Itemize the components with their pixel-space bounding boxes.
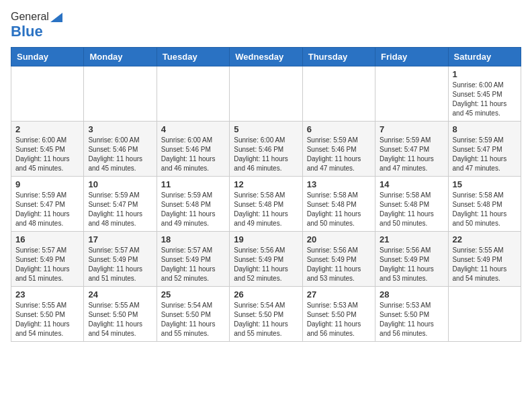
logo-general-text: General [11, 11, 49, 22]
calendar-week-3: 9 Sunrise: 5:59 AM Sunset: 5:47 PM Dayli… [11, 177, 521, 232]
day-info: Sunrise: 5:55 AM Sunset: 5:50 PM Dayligh… [15, 301, 79, 338]
day-info: Sunrise: 5:57 AM Sunset: 5:49 PM Dayligh… [161, 246, 225, 283]
day-number: 24 [88, 289, 152, 300]
day-info: Sunrise: 5:59 AM Sunset: 5:47 PM Dayligh… [15, 191, 79, 228]
logo-icon [50, 13, 62, 22]
day-info: Sunrise: 5:59 AM Sunset: 5:48 PM Dayligh… [161, 191, 225, 228]
calendar-cell [11, 66, 84, 122]
day-number: 23 [15, 289, 79, 300]
day-number: 2 [15, 124, 79, 134]
day-number: 5 [234, 124, 298, 134]
calendar-cell: 15 Sunrise: 5:58 AM Sunset: 5:48 PM Dayl… [448, 177, 521, 232]
day-info: Sunrise: 5:54 AM Sunset: 5:50 PM Dayligh… [161, 301, 225, 338]
day-number: 21 [380, 234, 443, 244]
calendar-cell: 3 Sunrise: 6:00 AM Sunset: 5:46 PM Dayli… [84, 122, 157, 177]
day-info: Sunrise: 5:53 AM Sunset: 5:50 PM Dayligh… [307, 301, 371, 338]
day-info: Sunrise: 6:00 AM Sunset: 5:46 PM Dayligh… [161, 136, 225, 173]
weekday-header-thursday: Thursday [302, 48, 375, 66]
day-number: 17 [88, 234, 152, 244]
calendar-cell: 13 Sunrise: 5:58 AM Sunset: 5:48 PM Dayl… [302, 177, 375, 232]
day-number: 18 [161, 234, 225, 244]
calendar-cell: 25 Sunrise: 5:54 AM Sunset: 5:50 PM Dayl… [157, 287, 229, 342]
day-number: 20 [307, 234, 371, 244]
calendar-week-2: 2 Sunrise: 6:00 AM Sunset: 5:45 PM Dayli… [11, 122, 521, 177]
calendar-cell: 20 Sunrise: 5:56 AM Sunset: 5:49 PM Dayl… [302, 232, 375, 287]
day-number: 22 [453, 234, 517, 244]
day-number: 25 [161, 289, 225, 300]
day-info: Sunrise: 5:56 AM Sunset: 5:49 PM Dayligh… [380, 246, 443, 283]
calendar-cell: 2 Sunrise: 6:00 AM Sunset: 5:45 PM Dayli… [11, 122, 84, 177]
day-info: Sunrise: 5:58 AM Sunset: 5:48 PM Dayligh… [234, 191, 298, 228]
day-number: 16 [15, 234, 79, 244]
day-info: Sunrise: 5:59 AM Sunset: 5:47 PM Dayligh… [88, 191, 152, 228]
day-info: Sunrise: 5:59 AM Sunset: 5:46 PM Dayligh… [307, 136, 371, 173]
day-number: 15 [453, 179, 517, 189]
weekday-header-sunday: Sunday [11, 48, 84, 66]
day-info: Sunrise: 6:00 AM Sunset: 5:46 PM Dayligh… [88, 136, 152, 173]
day-info: Sunrise: 5:53 AM Sunset: 5:50 PM Dayligh… [380, 301, 443, 338]
calendar-cell [84, 66, 157, 122]
calendar-cell: 6 Sunrise: 5:59 AM Sunset: 5:46 PM Dayli… [302, 122, 375, 177]
day-number: 28 [380, 289, 443, 300]
calendar-cell: 1 Sunrise: 6:00 AM Sunset: 5:45 PM Dayli… [448, 66, 521, 122]
calendar-cell [375, 66, 448, 122]
page-header: General Blue [11, 11, 521, 40]
calendar-cell: 16 Sunrise: 5:57 AM Sunset: 5:49 PM Dayl… [11, 232, 84, 287]
day-info: Sunrise: 5:59 AM Sunset: 5:47 PM Dayligh… [453, 136, 517, 173]
day-number: 27 [307, 289, 371, 300]
calendar-cell: 4 Sunrise: 6:00 AM Sunset: 5:46 PM Dayli… [157, 122, 229, 177]
day-number: 6 [307, 124, 371, 134]
day-info: Sunrise: 5:55 AM Sunset: 5:49 PM Dayligh… [453, 246, 517, 283]
day-number: 11 [161, 179, 225, 189]
logo-blue-text: Blue [11, 23, 43, 40]
svg-marker-0 [50, 13, 62, 22]
day-number: 19 [234, 234, 298, 244]
calendar-cell: 27 Sunrise: 5:53 AM Sunset: 5:50 PM Dayl… [302, 287, 375, 342]
day-info: Sunrise: 5:56 AM Sunset: 5:49 PM Dayligh… [234, 246, 298, 283]
weekday-header-monday: Monday [84, 48, 157, 66]
day-number: 26 [234, 289, 298, 300]
calendar-cell [448, 287, 521, 342]
day-number: 9 [15, 179, 79, 189]
day-info: Sunrise: 5:58 AM Sunset: 5:48 PM Dayligh… [380, 191, 443, 228]
calendar-week-1: 1 Sunrise: 6:00 AM Sunset: 5:45 PM Dayli… [11, 66, 521, 122]
calendar-cell: 7 Sunrise: 5:59 AM Sunset: 5:47 PM Dayli… [375, 122, 448, 177]
day-info: Sunrise: 6:00 AM Sunset: 5:45 PM Dayligh… [453, 81, 517, 118]
weekday-header-tuesday: Tuesday [157, 48, 229, 66]
calendar-cell: 26 Sunrise: 5:54 AM Sunset: 5:50 PM Dayl… [230, 287, 302, 342]
calendar-cell: 28 Sunrise: 5:53 AM Sunset: 5:50 PM Dayl… [375, 287, 448, 342]
calendar-cell: 23 Sunrise: 5:55 AM Sunset: 5:50 PM Dayl… [11, 287, 84, 342]
day-info: Sunrise: 5:57 AM Sunset: 5:49 PM Dayligh… [88, 246, 152, 283]
calendar-cell [302, 66, 375, 122]
calendar-cell: 14 Sunrise: 5:58 AM Sunset: 5:48 PM Dayl… [375, 177, 448, 232]
calendar-cell: 11 Sunrise: 5:59 AM Sunset: 5:48 PM Dayl… [157, 177, 229, 232]
day-info: Sunrise: 5:56 AM Sunset: 5:49 PM Dayligh… [307, 246, 371, 283]
calendar-cell: 17 Sunrise: 5:57 AM Sunset: 5:49 PM Dayl… [84, 232, 157, 287]
day-info: Sunrise: 5:59 AM Sunset: 5:47 PM Dayligh… [380, 136, 443, 173]
day-number: 14 [380, 179, 443, 189]
calendar-cell [230, 66, 302, 122]
day-number: 7 [380, 124, 443, 134]
day-info: Sunrise: 6:00 AM Sunset: 5:46 PM Dayligh… [234, 136, 298, 173]
day-number: 3 [88, 124, 152, 134]
calendar-cell: 18 Sunrise: 5:57 AM Sunset: 5:49 PM Dayl… [157, 232, 229, 287]
day-info: Sunrise: 5:54 AM Sunset: 5:50 PM Dayligh… [234, 301, 298, 338]
weekday-header-saturday: Saturday [448, 48, 521, 66]
weekday-header-friday: Friday [375, 48, 448, 66]
day-number: 13 [307, 179, 371, 189]
day-info: Sunrise: 5:57 AM Sunset: 5:49 PM Dayligh… [15, 246, 79, 283]
calendar-cell: 8 Sunrise: 5:59 AM Sunset: 5:47 PM Dayli… [448, 122, 521, 177]
day-number: 8 [453, 124, 517, 134]
day-number: 1 [453, 69, 517, 79]
calendar-table: SundayMondayTuesdayWednesdayThursdayFrid… [11, 47, 521, 342]
day-info: Sunrise: 5:55 AM Sunset: 5:50 PM Dayligh… [88, 301, 152, 338]
day-number: 10 [88, 179, 152, 189]
logo: General Blue [11, 11, 62, 40]
day-info: Sunrise: 5:58 AM Sunset: 5:48 PM Dayligh… [307, 191, 371, 228]
calendar-cell: 19 Sunrise: 5:56 AM Sunset: 5:49 PM Dayl… [230, 232, 302, 287]
calendar-cell: 9 Sunrise: 5:59 AM Sunset: 5:47 PM Dayli… [11, 177, 84, 232]
calendar-week-4: 16 Sunrise: 5:57 AM Sunset: 5:49 PM Dayl… [11, 232, 521, 287]
calendar-cell: 10 Sunrise: 5:59 AM Sunset: 5:47 PM Dayl… [84, 177, 157, 232]
day-info: Sunrise: 6:00 AM Sunset: 5:45 PM Dayligh… [15, 136, 79, 173]
weekday-header-wednesday: Wednesday [230, 48, 302, 66]
